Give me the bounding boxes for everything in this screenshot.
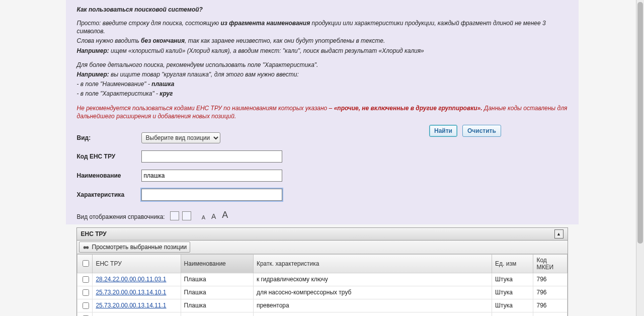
label-char: Характеристика: [77, 191, 141, 198]
name-input[interactable]: [141, 170, 282, 182]
help-line-7: - в поле "Характеристика" - круг: [77, 90, 568, 98]
row-checkbox[interactable]: [83, 276, 89, 283]
code-input[interactable]: [141, 150, 282, 163]
search-button[interactable]: Найти: [429, 125, 457, 137]
t: круг: [159, 90, 173, 97]
code-link[interactable]: 28.24.22.00.00.00.11.03.1: [96, 276, 166, 283]
fontsize-small[interactable]: A: [200, 214, 207, 220]
table-row[interactable]: 25.73.20.00.00.13.14.10.1Плашкадля насос…: [77, 286, 567, 299]
col-code[interactable]: ЕНС ТРУ: [93, 254, 181, 273]
cell-mkei: 796: [533, 312, 567, 316]
t: плашка: [151, 81, 174, 88]
t: Просто: введите строку для поиска, состо…: [77, 20, 221, 27]
cell-unit: Штука: [492, 273, 533, 286]
scrollbar-thumb[interactable]: [637, 2, 643, 244]
cell-mkei: 796: [533, 286, 567, 299]
t: Слова нужно вводить: [77, 37, 141, 44]
cell-unit: Штука: [492, 312, 533, 316]
table-row[interactable]: 28.24.22.00.00.00.11.03.1Плашкак гидравл…: [77, 273, 567, 286]
t: Просмотреть выбранные позиции: [92, 244, 187, 251]
svg-rect-2: [85, 247, 87, 248]
view-selected-button[interactable]: Просмотреть выбранные позиции: [79, 242, 191, 253]
label-code: Код ЕНС ТРУ: [77, 153, 141, 160]
t: - в поле "Наименование" -: [77, 81, 152, 88]
label-viewmode: Вид отображения справочника:: [77, 213, 165, 220]
view-list-icon[interactable]: [170, 211, 179, 220]
t: «прочие, не включенные в другие группиро…: [334, 105, 482, 112]
t: из фрагмента наименования: [220, 20, 310, 27]
binoculars-icon: [83, 244, 90, 251]
col-mkei[interactable]: Код МКЕИ: [533, 254, 567, 273]
t: - в поле "Характеристика" -: [77, 90, 160, 97]
row-checkbox[interactable]: [83, 302, 89, 309]
select-all-checkbox[interactable]: [83, 260, 89, 267]
cell-mkei: 796: [533, 273, 567, 286]
fontsize-medium[interactable]: A: [210, 212, 217, 220]
page-scrollbar[interactable]: [636, 0, 644, 316]
help-line-2: Слова нужно вводить без окончания, так к…: [77, 37, 568, 45]
help-line-5: Например: вы ищите товар "круглая плашка…: [77, 70, 568, 78]
help-line-1: Просто: введите строку для поиска, состо…: [77, 19, 568, 35]
help-title: Как пользоваться поисковой системой?: [77, 6, 568, 13]
cell-code: 25.73.20.00.00.13.14.10.1: [93, 286, 181, 299]
help-line-4: Для более детального поиска, рекомендуем…: [77, 61, 568, 69]
t: Не рекомендуется пользоваться кодами ЕНС…: [77, 105, 334, 112]
cell-unit: Штука: [492, 299, 533, 312]
cell-char: к гидравлическому ключу: [253, 273, 492, 286]
help-line-3: Например: ищем «хлористый калий» (Хлорид…: [77, 47, 568, 55]
cell-char: для насосно-компрессорных труб: [253, 286, 492, 299]
t: без окончания: [141, 37, 185, 44]
fontsize-large[interactable]: A: [220, 210, 229, 220]
cell-name: Плашка: [181, 286, 253, 299]
row-checkbox[interactable]: [83, 289, 89, 296]
cell-name: Плашка: [181, 312, 253, 316]
col-unit[interactable]: Ед. изм: [492, 254, 533, 273]
t: ищем «хлористый калий» (Хлорид калия), а…: [109, 47, 424, 54]
cell-code: 25.73.20.00.00.13.14.11.1: [93, 299, 181, 312]
cell-char: превентора: [253, 299, 492, 312]
cell-char: Круглые плашки: [253, 312, 492, 316]
cell-code: 28.24.22.00.00.00.11.03.1: [93, 273, 181, 286]
table-row[interactable]: 25.73.20.00.00.13.14.11.1Плашкапревентор…: [77, 299, 567, 312]
col-name[interactable]: Наименование: [181, 254, 253, 273]
clear-button[interactable]: Очистить: [462, 125, 501, 137]
panel-collapse-button[interactable]: ▲: [554, 229, 564, 239]
cell-mkei: 796: [533, 299, 567, 312]
cell-unit: Штука: [492, 286, 533, 299]
label-vid: Вид:: [77, 134, 141, 141]
view-tree-icon[interactable]: [182, 211, 191, 220]
cell-name: Плашка: [181, 299, 253, 312]
t: Например:: [77, 47, 109, 54]
col-checkbox[interactable]: [77, 254, 93, 273]
help-line-6: - в поле "Наименование" - плашка: [77, 80, 568, 88]
t: Например:: [77, 71, 109, 78]
label-name: Наименование: [77, 172, 141, 179]
t: , так как заранее неизвестно, как они бу…: [185, 37, 385, 44]
vid-select[interactable]: Выберите вид позиции: [141, 132, 220, 143]
results-panel: ЕНС ТРУ ▲ Просмотреть выбранные позиции …: [76, 227, 568, 316]
char-input[interactable]: [141, 189, 282, 201]
code-link[interactable]: 25.73.20.00.00.13.14.10.1: [96, 289, 166, 296]
t: вы ищите товар "круглая плашка", для это…: [109, 71, 299, 78]
results-table: ЕНС ТРУ Наименование Кратк. характеристи…: [77, 254, 568, 316]
cell-code: 25.73.20.00.00.13.10.10.1: [93, 312, 181, 316]
table-row[interactable]: 25.73.20.00.00.13.10.10.1ПлашкаКруглые п…: [77, 312, 567, 316]
col-char[interactable]: Кратк. характеристика: [253, 254, 492, 273]
code-link[interactable]: 25.73.20.00.00.13.14.11.1: [96, 302, 166, 309]
help-warning: Не рекомендуется пользоваться кодами ЕНС…: [77, 104, 568, 120]
cell-name: Плашка: [181, 273, 253, 286]
panel-title: ЕНС ТРУ: [81, 230, 107, 238]
